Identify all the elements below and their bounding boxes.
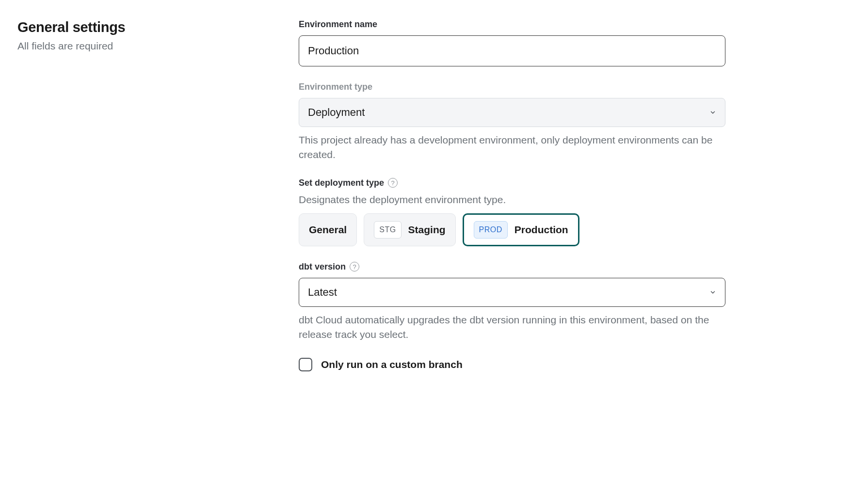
help-icon[interactable]: ?: [350, 262, 359, 271]
env-name-label: Environment name: [299, 19, 725, 30]
chevron-down-icon: [709, 109, 716, 116]
custom-branch-row: Only run on a custom branch: [299, 358, 725, 371]
deployment-type-production[interactable]: PROD Production: [463, 213, 579, 246]
dbt-version-label: dbt version ?: [299, 262, 725, 272]
deployment-type-toggle-group: General STG Staging PROD Production: [299, 213, 725, 246]
env-type-value: Deployment: [308, 106, 365, 119]
chevron-down-icon: [709, 289, 716, 296]
deployment-type-general[interactable]: General: [299, 213, 357, 246]
custom-branch-checkbox[interactable]: [299, 358, 312, 371]
env-type-helper: This project already has a development e…: [299, 133, 725, 162]
env-type-select[interactable]: Deployment: [299, 98, 725, 127]
dbt-version-value: Latest: [308, 286, 337, 299]
page-subtitle: All fields are required: [17, 40, 270, 52]
custom-branch-label: Only run on a custom branch: [321, 359, 463, 370]
prod-badge: PROD: [474, 221, 508, 239]
stg-badge: STG: [374, 221, 401, 239]
deployment-type-staging[interactable]: STG Staging: [364, 213, 455, 246]
env-type-label: Environment type: [299, 82, 725, 92]
env-name-input[interactable]: [299, 35, 725, 66]
dbt-version-select[interactable]: Latest: [299, 278, 725, 307]
dbt-version-helper: dbt Cloud automatically upgrades the dbt…: [299, 313, 725, 342]
help-icon[interactable]: ?: [388, 178, 398, 188]
deployment-type-description: Designates the deployment environment ty…: [299, 194, 725, 206]
page-title: General settings: [17, 19, 270, 35]
deployment-type-label: Set deployment type ?: [299, 178, 725, 188]
